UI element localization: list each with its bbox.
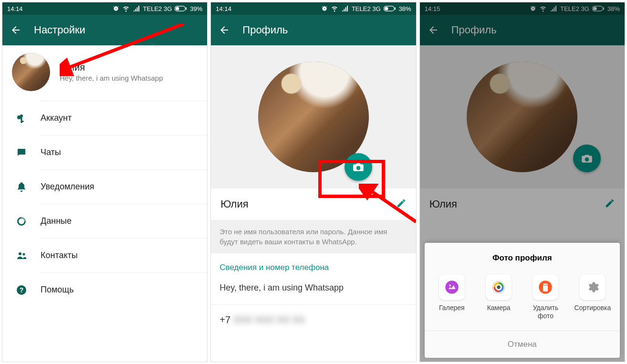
svg-text:?: ? (20, 286, 24, 294)
status-battery: 39% (190, 5, 202, 12)
screen-settings: 14:14 TELE2 3G 39% Настройки Юлия Hey, t… (2, 2, 208, 362)
alarm-icon (113, 5, 119, 12)
menu-label: Контакты (41, 250, 78, 260)
svg-rect-4 (21, 117, 22, 123)
wifi-icon (331, 5, 338, 12)
avatar[interactable] (12, 53, 50, 91)
phone-prefix: +7 (219, 314, 230, 325)
option-label: Удалить фото (524, 304, 567, 320)
phone-number[interactable]: +7 XXX XXX XX XX (211, 304, 416, 325)
menu-label: Аккаунт (41, 113, 72, 123)
svg-point-25 (497, 286, 501, 290)
profile-name: Юлия (220, 198, 396, 210)
wifi-icon (122, 5, 130, 12)
battery-icon (384, 6, 396, 11)
status-carrier: TELE2 3G (143, 5, 172, 12)
option-label: Галерея (430, 304, 473, 312)
menu-label: Помощь (41, 285, 74, 295)
phone-blurred: XXX XXX XX XX (233, 314, 305, 325)
svg-point-18 (445, 281, 459, 294)
alarm-icon (321, 5, 328, 12)
back-icon[interactable] (219, 24, 230, 36)
menu-label: Чаты (41, 147, 61, 157)
signal-icon (133, 5, 140, 12)
menu-label: Данные (41, 216, 72, 226)
gallery-icon (445, 280, 459, 294)
option-camera[interactable]: Камера (477, 274, 520, 320)
status-bar: 14:14 TELE2 3G 39% (2, 2, 207, 15)
profile-name: Юлия (60, 62, 163, 73)
status-time: 14:14 (7, 5, 23, 12)
menu-account[interactable]: Аккаунт (41, 101, 207, 135)
name-row[interactable]: Юлия (211, 188, 416, 220)
app-bar: Настройки (2, 15, 207, 45)
menu-label: Уведомления (41, 182, 94, 192)
status-carrier: TELE2 3G (352, 5, 381, 12)
status-time: 14:14 (216, 5, 231, 12)
option-label: Сортировка (571, 304, 614, 312)
menu-help[interactable]: ? Помощь (41, 272, 207, 307)
trash-icon (538, 280, 553, 294)
screen-photo-picker: 14:15 TELE2 3G 38% Профиль Юлия Фото про… (419, 2, 625, 362)
contacts-icon (16, 250, 27, 261)
menu-data[interactable]: Данные (41, 204, 207, 238)
menu-contacts[interactable]: Контакты (41, 238, 207, 272)
help-icon: ? (16, 284, 27, 296)
menu-notifications[interactable]: Уведомления (41, 169, 207, 204)
camera-color-icon (491, 280, 506, 294)
signal-icon (341, 5, 349, 12)
option-sort[interactable]: Сортировка (571, 274, 614, 320)
profile-row[interactable]: Юлия Hey, there, i am using Whatsapp (2, 45, 207, 101)
gear-icon (586, 281, 599, 294)
battery-icon (175, 6, 187, 11)
screen-profile: 14:14 TELE2 3G 38% Профиль Юлия Это не и… (210, 2, 416, 362)
chat-icon (16, 147, 27, 158)
svg-point-6 (19, 252, 21, 255)
pencil-icon (396, 198, 407, 208)
change-photo-button[interactable] (345, 153, 372, 181)
profile-status: Hey, there, i am using Whatsapp (60, 74, 163, 82)
svg-rect-5 (21, 121, 24, 122)
photo-picker-sheet: Фото профиля Галерея Камера Удалить фото… (425, 243, 620, 358)
svg-rect-2 (186, 7, 187, 10)
page-title: Настройки (34, 24, 85, 36)
key-icon (16, 113, 27, 124)
data-usage-icon (16, 216, 27, 227)
edit-name-button[interactable] (396, 198, 407, 210)
svg-rect-13 (395, 7, 396, 10)
status-text[interactable]: Hey, there, i am using Whatsapp (211, 276, 416, 300)
app-bar: Профиль (211, 15, 416, 45)
svg-point-19 (449, 285, 451, 287)
sheet-title: Фото профиля (425, 243, 620, 271)
bell-icon (16, 181, 27, 193)
option-gallery[interactable]: Галерея (430, 274, 473, 320)
camera-icon (352, 161, 365, 173)
option-label: Камера (477, 304, 520, 312)
cancel-button[interactable]: Отмена (425, 331, 620, 358)
option-delete[interactable]: Удалить фото (524, 274, 567, 320)
profile-photo-area (211, 45, 416, 188)
page-title: Профиль (242, 24, 288, 36)
back-icon[interactable] (10, 24, 21, 36)
menu-chats[interactable]: Чаты (41, 135, 207, 169)
svg-rect-1 (176, 7, 179, 10)
svg-point-7 (23, 253, 25, 255)
status-bar: 14:14 TELE2 3G 38% (211, 2, 416, 15)
status-battery: 38% (399, 5, 411, 12)
name-hint: Это не имя пользователя или пароль. Данн… (211, 220, 416, 253)
info-section-label: Сведения и номер телефона (211, 253, 416, 276)
svg-rect-12 (384, 7, 388, 10)
